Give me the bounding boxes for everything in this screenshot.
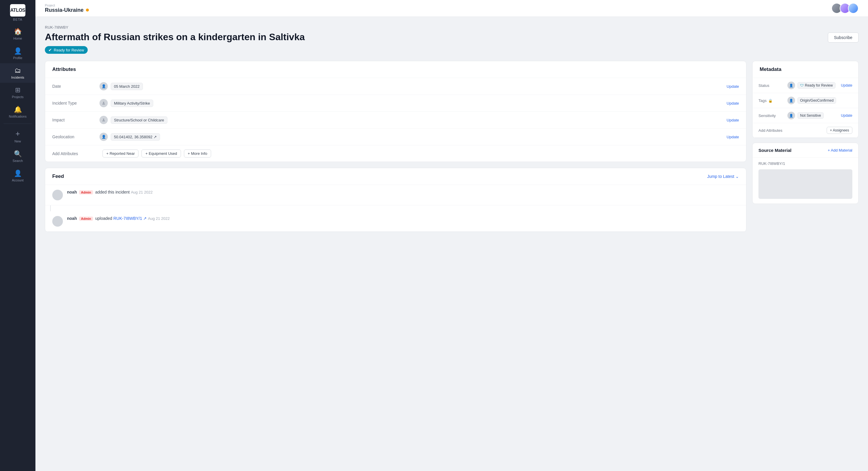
incident-title: Aftermath of Russian strikes on a kinder… bbox=[45, 31, 821, 42]
attribute-row-geolocation: Geolocation 👤 50.041402, 36.358092 ↗ Upd… bbox=[45, 128, 746, 145]
add-more-info-button[interactable]: + More Info bbox=[184, 149, 211, 157]
beta-label: BETA bbox=[13, 18, 23, 21]
attr-label-impact: Impact bbox=[52, 118, 99, 122]
sidebar-item-label-search: Search bbox=[13, 159, 23, 163]
feed-time-2: Aug 21 2022 bbox=[148, 216, 170, 221]
meta-chip-sensitivity: Not Sensitive bbox=[798, 112, 824, 119]
update-sensitivity-button[interactable]: Update bbox=[841, 114, 852, 118]
metadata-add-attributes-row: Add Attributes + Assignees bbox=[752, 123, 858, 138]
feed-item-2: noah Admin uploaded RUK-7I8WBY/1 ↗ Aug 2… bbox=[45, 211, 746, 232]
jump-to-latest-button[interactable]: Jump to Latest ⌄ bbox=[707, 174, 739, 179]
source-material-card: Source Material + Add Material RUK-7I8WB… bbox=[752, 143, 859, 204]
attr-avatar-impact bbox=[99, 116, 108, 124]
left-column: Attributes Date 👤 05 March 2022 Update I… bbox=[45, 61, 746, 232]
sidebar-item-label-account: Account bbox=[12, 178, 24, 182]
attributes-card: Attributes Date 👤 05 March 2022 Update I… bbox=[45, 61, 746, 162]
metadata-row-tags: Tags 🔒 👤 Origin/GeoConfirmed bbox=[752, 93, 858, 108]
sidebar-item-label-home: Home bbox=[13, 37, 22, 40]
metadata-row-sensitivity: Sensitivity 👤 Not Sensitive Update bbox=[752, 108, 858, 123]
status-badge: ✔ Ready for Review bbox=[45, 46, 88, 54]
attr-chip-impact: Structure/School or Childcare bbox=[111, 116, 167, 124]
feed-content-1: noah Admin added this incident Aug 21 20… bbox=[67, 190, 153, 195]
meta-avatar-sensitivity: 👤 bbox=[787, 112, 795, 119]
metadata-card: Metadata Status 👤 🛡 Ready for Review Upd… bbox=[752, 61, 859, 138]
project-name: Russia-Ukraine bbox=[45, 7, 89, 13]
sidebar-item-home[interactable]: 🏠 Home bbox=[0, 24, 35, 44]
meta-label-tags: Tags 🔒 bbox=[758, 98, 785, 103]
feed-connector bbox=[50, 205, 51, 211]
attribute-row-date: Date 👤 05 March 2022 Update bbox=[45, 78, 746, 95]
attributes-header: Attributes bbox=[45, 61, 746, 78]
main-content: Project Russia-Ukraine RUK-7I8WBY Afterm… bbox=[35, 0, 868, 471]
project-status-dot bbox=[86, 8, 89, 11]
source-material-title: Source Material bbox=[758, 148, 792, 153]
attr-value-geolocation: 👤 50.041402, 36.358092 ↗ bbox=[99, 133, 726, 141]
sidebar-item-incidents[interactable]: 🗂 Incidents bbox=[0, 63, 35, 83]
incident-id: RUK-7I8WBY bbox=[45, 25, 859, 30]
update-status-button[interactable]: Update bbox=[841, 83, 852, 87]
project-label: Project bbox=[45, 4, 89, 7]
content-grid: Attributes Date 👤 05 March 2022 Update I… bbox=[45, 61, 859, 232]
feed-header: Feed Jump to Latest ⌄ bbox=[45, 168, 746, 185]
sidebar-item-label-incidents: Incidents bbox=[11, 76, 24, 79]
add-assignees-button[interactable]: + Assignees bbox=[827, 127, 852, 134]
add-reported-near-button[interactable]: + Reported Near bbox=[102, 149, 138, 157]
update-geolocation-button[interactable]: Update bbox=[726, 135, 739, 139]
attribute-row-incident-type: Incident Type Military Activity/Strike U… bbox=[45, 95, 746, 112]
avatar-3 bbox=[848, 3, 859, 13]
svg-point-1 bbox=[103, 119, 104, 120]
project-info: Project Russia-Ukraine bbox=[45, 4, 89, 13]
update-incident-type-button[interactable]: Update bbox=[726, 101, 739, 106]
feed-avatar-1 bbox=[52, 190, 63, 200]
update-date-button[interactable]: Update bbox=[726, 84, 739, 89]
add-equipment-used-button[interactable]: + Equipment Used bbox=[142, 149, 181, 157]
svg-point-0 bbox=[103, 102, 104, 104]
sidebar-item-profile[interactable]: 👤 Profile bbox=[0, 44, 35, 63]
attr-avatar-geolocation: 👤 bbox=[99, 133, 108, 141]
source-material-header: Source Material + Add Material bbox=[752, 143, 858, 158]
incident-title-row: Aftermath of Russian strikes on a kinder… bbox=[45, 31, 859, 42]
sidebar-logo: ATLOS BETA bbox=[0, 0, 35, 24]
add-attributes-row: Add Attributes + Reported Near + Equipme… bbox=[45, 145, 746, 161]
attr-value-impact: Structure/School or Childcare bbox=[99, 116, 726, 124]
sidebar-item-search[interactable]: 🔍 Search bbox=[0, 147, 35, 166]
attr-label-date: Date bbox=[52, 84, 99, 89]
sidebar-divider bbox=[4, 123, 32, 124]
attr-value-date: 👤 05 March 2022 bbox=[99, 82, 726, 90]
metadata-header: Metadata bbox=[752, 61, 858, 78]
account-icon: 👤 bbox=[14, 170, 22, 177]
meta-label-status: Status bbox=[758, 83, 785, 88]
feed-card: Feed Jump to Latest ⌄ noah Admin added t… bbox=[45, 168, 746, 232]
attr-label-geolocation: Geolocation bbox=[52, 135, 99, 139]
add-material-button[interactable]: + Add Material bbox=[828, 148, 852, 152]
meta-chip-tags: Origin/GeoConfirmed bbox=[798, 97, 836, 104]
search-icon: 🔍 bbox=[14, 150, 22, 158]
sidebar-item-projects[interactable]: ⊞ Projects bbox=[0, 83, 35, 102]
profile-icon: 👤 bbox=[14, 47, 22, 55]
feed-admin-badge-1: Admin bbox=[79, 190, 93, 195]
attr-chip-incident-type: Military Activity/Strike bbox=[111, 99, 153, 107]
attr-label-incident-type: Incident Type bbox=[52, 101, 99, 106]
feed-item-1: noah Admin added this incident Aug 21 20… bbox=[45, 185, 746, 205]
check-icon: ✔ bbox=[49, 48, 52, 52]
update-impact-button[interactable]: Update bbox=[726, 118, 739, 122]
attribute-row-impact: Impact Structure/School or Childcare Upd… bbox=[45, 112, 746, 128]
logo-box: ATLOS bbox=[10, 4, 25, 17]
header: Project Russia-Ukraine bbox=[35, 0, 868, 17]
feed-title: Feed bbox=[52, 173, 64, 179]
chevron-down-icon: ⌄ bbox=[736, 174, 739, 179]
add-attr-label: Add Attributes bbox=[52, 151, 99, 156]
attr-chip-geolocation: 50.041402, 36.358092 ↗ bbox=[111, 133, 160, 141]
sidebar-item-notifications[interactable]: 🔔 Notifications bbox=[0, 102, 35, 122]
sidebar-item-account[interactable]: 👤 Account bbox=[0, 166, 35, 185]
sidebar-item-new[interactable]: + New bbox=[0, 125, 35, 147]
right-column: Metadata Status 👤 🛡 Ready for Review Upd… bbox=[752, 61, 859, 232]
feed-source-link[interactable]: RUK-7I8WBY/1 ↗ bbox=[113, 216, 147, 221]
sidebar-item-label-profile: Profile bbox=[13, 56, 22, 60]
attr-avatar-date: 👤 bbox=[99, 82, 108, 90]
meta-label-sensitivity: Sensitivity bbox=[758, 114, 785, 118]
home-icon: 🏠 bbox=[14, 28, 22, 35]
feed-admin-badge-2: Admin bbox=[79, 216, 93, 221]
subscribe-button[interactable]: Subscribe bbox=[828, 32, 859, 42]
incidents-icon: 🗂 bbox=[14, 67, 21, 75]
